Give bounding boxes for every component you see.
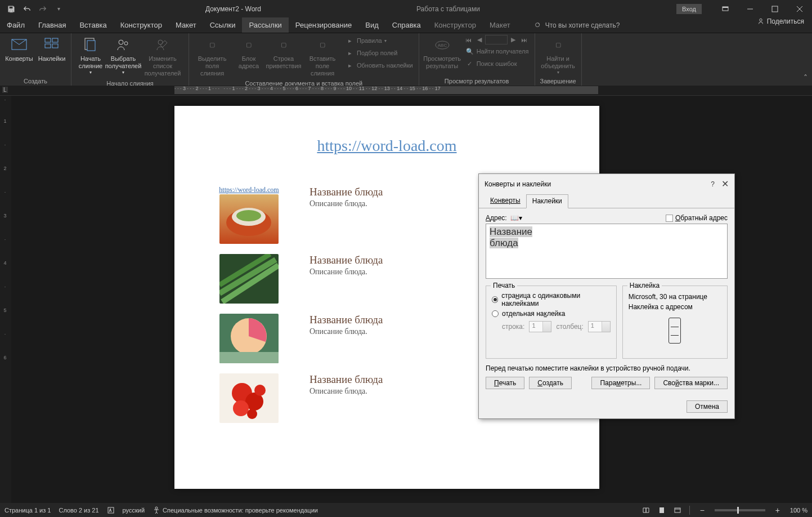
labels-icon (43, 36, 61, 54)
food-image (219, 194, 279, 244)
parameters-button[interactable]: Параметры... (591, 377, 650, 389)
address-textarea[interactable]: Названиеблюда (486, 224, 728, 279)
language-status[interactable]: русский (123, 507, 145, 514)
tellme-label: Что вы хотите сделать? (545, 21, 620, 29)
read-mode-button[interactable] (642, 506, 650, 514)
page-status[interactable]: Страница 1 из 1 (5, 507, 51, 514)
col-spinner: 1 (588, 321, 611, 332)
recipients-icon (114, 36, 132, 54)
new-document-button[interactable]: Создать (529, 377, 572, 389)
print-layout-button[interactable] (658, 506, 666, 514)
maximize-button[interactable] (762, 0, 787, 17)
dialog-title: Конверты и наклейки (484, 180, 551, 188)
menu-insert[interactable]: Вставка (73, 17, 113, 33)
label-legend: Наклейка (627, 282, 662, 289)
finish-merge-button: ▢Найти и объединить▾ (539, 35, 578, 77)
title-bar: ▾ Документ2 - Word Работа с таблицами Вх… (0, 0, 812, 17)
svg-point-32 (155, 507, 158, 509)
small-link[interactable]: https://word-load.com (219, 186, 279, 194)
row-spinner: 1 (529, 321, 551, 332)
label-fieldset[interactable]: Наклейка Microsoft, 30 на странице Накле… (622, 286, 728, 359)
brand-properties-button[interactable]: Свойства марки... (654, 377, 728, 389)
envelopes-button[interactable]: Конверты (3, 35, 35, 64)
accessibility-status[interactable]: Специальные возможности: проверьте реком… (152, 506, 318, 514)
main-link[interactable]: https://word-load.com (208, 137, 566, 155)
svg-rect-25 (219, 352, 279, 363)
radio-icon (492, 310, 499, 317)
svg-rect-3 (772, 6, 778, 12)
svg-point-13 (119, 40, 123, 44)
login-button[interactable]: Вход (676, 4, 702, 14)
save-button[interactable] (5, 2, 18, 16)
nav-buttons: ⏮ ◀ ▶ ⏭ (463, 35, 531, 44)
group-finish-label: Завершение (539, 77, 578, 86)
menu-review[interactable]: Рецензирование (289, 17, 358, 33)
menu-design[interactable]: Конструктор (114, 17, 169, 33)
finish-icon: ▢ (549, 36, 567, 54)
menu-bar: Файл Главная Вставка Конструктор Макет С… (0, 17, 812, 33)
status-bar: Страница 1 из 1 Слово 2 из 21 русский Сп… (0, 503, 812, 517)
find-recipient-button: 🔍Найти получателя (463, 46, 531, 57)
tab-envelopes[interactable]: Конверты (484, 194, 526, 208)
svg-rect-7 (45, 38, 51, 42)
cancel-button[interactable]: Отмена (687, 400, 728, 413)
close-button[interactable] (787, 0, 812, 17)
help-button[interactable]: ? (711, 180, 715, 188)
ribbon-display-button[interactable] (713, 0, 738, 17)
start-merge-button[interactable]: Начать слияние▾ (75, 35, 106, 77)
menu-table-layout[interactable]: Макет (483, 17, 517, 33)
envelope-icon (10, 36, 28, 54)
labels-button[interactable]: Наклейки (36, 35, 68, 64)
menu-layout[interactable]: Макет (169, 17, 203, 33)
radio-full-page[interactable]: страница с одинаковыми наклейками (492, 292, 611, 307)
svg-point-30 (247, 409, 257, 419)
zoom-in-button[interactable]: + (773, 506, 782, 515)
zoom-level[interactable]: 100 % (790, 507, 807, 514)
addressbook-icon[interactable]: 📖▾ (510, 214, 522, 222)
svg-point-20 (236, 210, 261, 221)
first-record-button: ⏮ (463, 35, 474, 44)
ruler-scale: · · · 3 · · · 2 · · · 1 · · · · · · 1 · … (174, 86, 441, 91)
ruler-corner: L (2, 87, 8, 93)
minimize-button[interactable] (738, 0, 762, 17)
zoom-out-button[interactable]: − (698, 506, 707, 515)
collapse-ribbon-button[interactable]: ˄ (804, 73, 807, 82)
radio-icon (492, 296, 498, 303)
menu-table-design[interactable]: Конструктор (428, 17, 483, 33)
undo-button[interactable] (20, 2, 34, 16)
print-note: Перед печатью поместите наклейки в устро… (486, 364, 728, 372)
close-dialog-button[interactable]: ✕ (721, 179, 729, 189)
return-address-checkbox[interactable]: Обратный адрес (666, 214, 728, 222)
ruler-horizontal[interactable]: L · · · 3 · · · 2 · · · 1 · · · · · · 1 … (0, 86, 812, 96)
svg-point-28 (233, 400, 249, 416)
col-label: столбец: (556, 323, 583, 331)
match-fields-button: ▸Подбор полей (343, 47, 415, 59)
svg-point-14 (124, 42, 128, 45)
zoom-slider[interactable] (715, 509, 765, 511)
select-recipients-button[interactable]: Выбрать получателей▾ (107, 35, 139, 77)
tellme-search[interactable]: Что вы хотите сделать? (534, 17, 620, 33)
update-labels-button: ▸Обновить наклейки (343, 60, 415, 71)
start-merge-icon (82, 36, 100, 54)
label-line2: Наклейка с адресом (629, 302, 721, 312)
tab-labels[interactable]: Наклейки (526, 194, 568, 208)
ribbon: Конверты Наклейки Создать Начать слияние… (0, 33, 812, 86)
menu-view[interactable]: Вид (358, 17, 385, 33)
web-layout-button[interactable] (674, 506, 681, 514)
share-button[interactable]: Поделиться (757, 17, 804, 25)
svg-point-5 (760, 19, 762, 21)
ruler-vertical[interactable]: ·1·2·3·4·5·6 (0, 96, 11, 503)
menu-home[interactable]: Главная (32, 17, 73, 33)
word-count[interactable]: Слово 2 из 21 (59, 507, 98, 514)
share-label: Поделиться (767, 17, 804, 25)
radio-single-label[interactable]: отдельная наклейка (492, 310, 611, 318)
menu-help[interactable]: Справка (385, 17, 428, 33)
print-button[interactable]: Печать (486, 377, 524, 389)
qat-customize[interactable]: ▾ (52, 2, 65, 16)
label-preview-icon (669, 318, 681, 344)
redo-button[interactable] (36, 2, 50, 16)
spellcheck-status[interactable] (107, 506, 115, 514)
menu-file[interactable]: Файл (0, 17, 32, 33)
menu-references[interactable]: Ссылки (203, 17, 243, 33)
menu-mailings[interactable]: Рассылки (242, 17, 288, 33)
